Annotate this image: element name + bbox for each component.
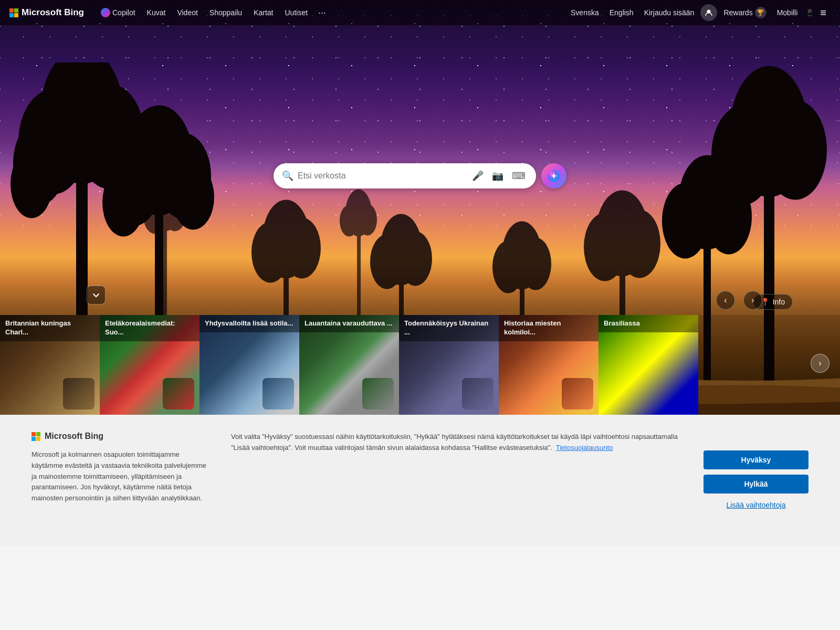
footer-section: Microsoft Bing Microsoft ja kolmannen os… — [0, 415, 840, 546]
news-card-6[interactable]: Brasiliassa — [598, 315, 698, 415]
bing-logo-text: Microsoft Bing — [22, 7, 84, 18]
accept-button[interactable]: Hyväksy — [704, 450, 808, 469]
nav-item-kartat[interactable]: Kartat — [248, 6, 278, 19]
nav-more-dots[interactable]: ··· — [314, 5, 330, 20]
reject-button[interactable]: Hylkää — [704, 475, 808, 494]
footer-left-text: Microsoft ja kolmannen osapuolen toimitt… — [32, 449, 210, 504]
rewards-link[interactable]: Rewards 🏆 — [719, 5, 770, 20]
more-options-button[interactable]: Lisää vaihtoehtoja — [704, 499, 808, 511]
news-card-2[interactable]: Yhdysvalloilta lisää sotila... — [200, 315, 299, 415]
nav-mobilli[interactable]: Mobilli — [773, 6, 802, 19]
hero-stars — [0, 0, 840, 228]
nav-links: Copilot Kuvat Videot Shoppailu Kartat Uu… — [96, 5, 563, 20]
footer-middle: Voit valita "Hyväksy" suostuessasi näihi… — [231, 432, 682, 454]
nav-english[interactable]: English — [605, 6, 638, 19]
mobile-device-icon: 📱 — [806, 9, 814, 16]
nav-item-copilot[interactable]: Copilot — [96, 6, 141, 19]
nav-login[interactable]: Kirjaudu sisään — [640, 6, 699, 19]
copilot-nav-icon — [101, 8, 110, 17]
news-next-arrow-top[interactable]: › — [743, 291, 762, 310]
nav-item-shoppailu[interactable]: Shoppailu — [204, 6, 247, 19]
nav-right: Svenska English Kirjaudu sisään Rewards … — [566, 4, 831, 21]
news-card-5[interactable]: Historiaa miesten kolmiloi... — [499, 315, 598, 415]
news-card-4[interactable]: Todennäköisyys Ukrainan ... — [399, 315, 499, 415]
nav-item-uutiset[interactable]: Uutiset — [280, 6, 313, 19]
news-strip: Britannian kuningas Charl... Eteläkoreal… — [0, 315, 840, 415]
bing-logo-link[interactable]: Microsoft Bing — [9, 7, 84, 18]
search-bar: 🔍 🎤 📷 ⌨ — [274, 163, 536, 188]
scroll-down-button[interactable] — [87, 286, 106, 304]
nav-svenska[interactable]: Svenska — [566, 6, 603, 19]
news-card-0[interactable]: Britannian kuningas Charl... — [0, 315, 100, 415]
news-strip-next-arrow[interactable]: › — [811, 354, 830, 373]
footer-right: Hyväksy Hylkää Lisää vaihtoehtoja — [704, 432, 808, 511]
footer-logo: Microsoft Bing — [32, 432, 210, 441]
search-area: 🔍 🎤 📷 ⌨ — [274, 163, 566, 188]
hero-section: Microsoft Bing Copilot Kuvat Videot Shop… — [0, 0, 840, 415]
search-input[interactable] — [298, 171, 466, 181]
user-avatar[interactable] — [700, 4, 717, 21]
keyboard-icon[interactable]: ⌨ — [510, 168, 528, 184]
microphone-icon[interactable]: 🎤 — [470, 168, 486, 184]
footer-logo-text: Microsoft Bing — [45, 432, 103, 441]
privacy-link[interactable]: Tietosuojalausunto — [556, 444, 613, 452]
rewards-icon: 🏆 — [755, 7, 766, 18]
footer-middle-text: Voit valita "Hyväksy" suostuessasi näihi… — [231, 432, 682, 454]
nav-item-kuvat[interactable]: Kuvat — [142, 6, 171, 19]
nav-item-videot[interactable]: Videot — [172, 6, 203, 19]
news-prev-arrow[interactable]: ‹ — [716, 291, 735, 310]
hamburger-menu[interactable]: ≡ — [816, 5, 831, 21]
copilot-search-button[interactable] — [541, 163, 566, 188]
camera-search-icon[interactable]: 📷 — [490, 168, 506, 184]
navbar: Microsoft Bing Copilot Kuvat Videot Shop… — [0, 0, 840, 25]
news-card-3[interactable]: Lauantaina varauduttava ... — [299, 315, 399, 415]
news-card-1[interactable]: Eteläkorealaismediat: Suo... — [100, 315, 200, 415]
search-icon: 🔍 — [282, 170, 293, 182]
footer-left: Microsoft Bing Microsoft ja kolmannen os… — [32, 432, 210, 504]
